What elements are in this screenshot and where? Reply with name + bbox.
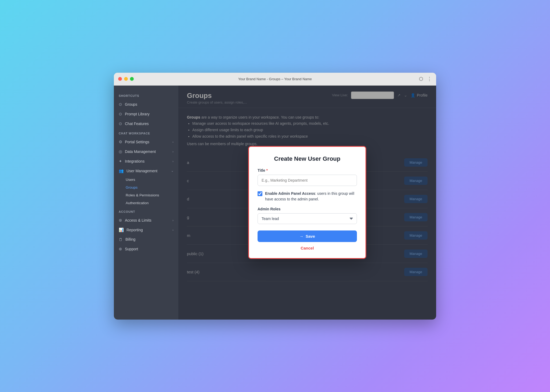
modal-title: Create New User Group (258, 155, 357, 162)
required-star: * (266, 168, 268, 173)
chevron-right-icon: › (172, 140, 173, 144)
sidebar-sub-groups[interactable]: Groups (126, 184, 178, 191)
sidebar: Shortcuts ⊙ Groups ⊙ Prompt Library ⊙ Ch… (114, 86, 178, 320)
sidebar-item-chat-features[interactable]: ⊙ Chat Features (114, 119, 178, 129)
sidebar-sub-authentication[interactable]: Authentication (126, 199, 178, 207)
chevron-right-icon: › (172, 150, 173, 153)
maximize-button[interactable] (130, 77, 134, 81)
extension-icon[interactable]: ⬡ (419, 76, 423, 82)
sidebar-item-label: Integrations (125, 159, 144, 163)
app-window: Your Brand Name - Groups – Your Brand Na… (114, 73, 436, 320)
sidebar-item-label: Access & Limits (125, 218, 151, 222)
app-body: Shortcuts ⊙ Groups ⊙ Prompt Library ⊙ Ch… (114, 86, 436, 320)
sidebar-item-integrations[interactable]: ✦ Integrations › (114, 156, 178, 166)
support-icon: ⊕ (119, 247, 122, 251)
more-options-icon[interactable]: ⋮ (427, 76, 432, 82)
sidebar-item-label: Data Management (125, 149, 156, 154)
access-limits-icon: ⊗ (119, 218, 122, 223)
enable-admin-panel-checkbox[interactable] (258, 191, 262, 196)
sidebar-item-reporting[interactable]: 📊 Reporting › (114, 225, 178, 235)
admin-roles-label: Admin Roles (258, 207, 357, 211)
sidebar-sub-roles-permissions[interactable]: Roles & Permissions (126, 191, 178, 199)
sidebar-item-label: Portal Settings (125, 140, 149, 144)
shortcuts-section-label: Shortcuts (114, 94, 178, 97)
sidebar-item-portal-settings[interactable]: ⚙ Portal Settings › (114, 137, 178, 147)
save-arrow-icon: → (299, 234, 303, 239)
admin-roles-select[interactable]: Team lead Admin Moderator Viewer (258, 213, 357, 224)
reporting-icon: 📊 (119, 228, 124, 232)
chevron-down-icon: ⌄ (171, 169, 173, 173)
data-management-icon: ◎ (119, 149, 122, 154)
enable-admin-panel-label: Enable Admin Panel Access: users in this… (265, 191, 357, 202)
chat-features-icon: ⊙ (119, 121, 122, 126)
sidebar-item-access-limits[interactable]: ⊗ Access & Limits › (114, 215, 178, 225)
sidebar-item-data-management[interactable]: ◎ Data Management › (114, 147, 178, 156)
save-label: Save (306, 234, 315, 239)
groups-icon: ⊙ (119, 102, 122, 107)
modal-overlay: Create New User Group Title * Enable Adm… (178, 86, 436, 320)
user-management-sub: Users Groups Roles & Permissions Authent… (114, 176, 178, 207)
sidebar-item-label: Billing (125, 237, 135, 241)
sidebar-item-label: Prompt Library (125, 112, 150, 116)
minimize-button[interactable] (124, 77, 128, 81)
sidebar-item-label: Reporting (126, 228, 143, 232)
titlebar: Your Brand Name - Groups – Your Brand Na… (114, 73, 436, 86)
window-title: Your Brand Name - Groups – Your Brand Na… (238, 77, 312, 81)
sidebar-item-support[interactable]: ⊕ Support (114, 244, 178, 254)
traffic-lights (118, 77, 134, 81)
sidebar-item-label: Chat Features (125, 122, 149, 126)
sidebar-item-user-management[interactable]: 👥 User Management ⌄ (114, 166, 178, 176)
chevron-right-icon: › (172, 228, 173, 232)
create-user-group-modal: Create New User Group Title * Enable Adm… (248, 146, 366, 259)
sidebar-item-billing[interactable]: 🗒 Billing (114, 235, 178, 244)
sidebar-item-label: User Management (126, 169, 157, 173)
enable-admin-panel-row: Enable Admin Panel Access: users in this… (258, 191, 357, 202)
chat-workspace-section-label: Chat Workspace (114, 132, 178, 135)
chevron-right-icon: › (172, 160, 173, 163)
integrations-icon: ✦ (119, 159, 122, 164)
close-button[interactable] (118, 77, 122, 81)
sidebar-item-prompt-library[interactable]: ⊙ Prompt Library (114, 109, 178, 119)
billing-icon: 🗒 (119, 237, 123, 242)
sidebar-item-label: Groups (125, 102, 137, 107)
prompt-library-icon: ⊙ (119, 112, 122, 116)
sidebar-sub-users[interactable]: Users (126, 176, 178, 184)
portal-settings-icon: ⚙ (119, 140, 122, 144)
titlebar-actions: ⬡ ⋮ (419, 76, 432, 82)
sidebar-item-groups[interactable]: ⊙ Groups (114, 100, 178, 109)
account-section-label: Account (114, 210, 178, 213)
cancel-button[interactable]: Cancel (258, 246, 357, 250)
title-input[interactable] (258, 175, 357, 186)
sidebar-item-label: Support (125, 247, 138, 251)
save-button[interactable]: → Save (258, 230, 357, 242)
user-management-icon: 👥 (119, 168, 124, 173)
title-field-label: Title * (258, 168, 357, 173)
main-content-area: Groups Create groups of users, assign ro… (178, 86, 436, 320)
chevron-right-icon: › (172, 219, 173, 222)
